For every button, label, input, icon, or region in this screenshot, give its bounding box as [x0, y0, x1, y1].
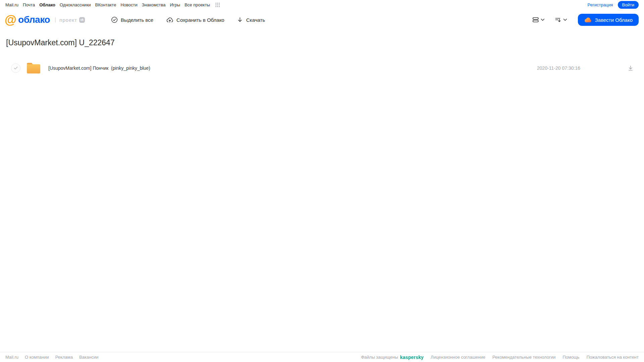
vk-icon: vk	[79, 17, 85, 23]
orange-cloud-icon	[584, 17, 592, 23]
folder-icon	[26, 62, 41, 74]
login-button[interactable]: Войти	[618, 1, 639, 9]
apps-grid-icon[interactable]	[215, 2, 220, 7]
kaspersky-protected: Файлы защищены kaspersky	[361, 355, 424, 360]
file-date: 2020-11-20 07:30:16	[513, 65, 580, 71]
register-link[interactable]: Регистрация	[588, 2, 613, 7]
view-mode-button[interactable]	[531, 15, 546, 24]
portal-link-oblako[interactable]: Облако	[39, 2, 55, 7]
arrow-down-icon	[237, 17, 243, 23]
auth-area: Регистрация Войти	[588, 1, 639, 9]
cloud-header: @ облако | проект vk Выделить все Сохран…	[0, 9, 644, 30]
footer-link-ads[interactable]: Реклама	[55, 355, 73, 360]
file-name-link[interactable]: [UsupovMarket.com] Пончик (pinky_pinky_b…	[48, 65, 513, 71]
chevron-down-icon	[541, 18, 545, 21]
get-cloud-button[interactable]: Завести Облако	[578, 14, 639, 26]
footer-right-links: Файлы защищены kaspersky Лицензионное со…	[361, 355, 639, 360]
portal-link-igry[interactable]: Игры	[170, 2, 180, 7]
sort-button[interactable]	[553, 15, 568, 24]
check-circle-icon	[111, 16, 118, 23]
cloud-upload-icon	[166, 16, 174, 23]
save-to-cloud-button[interactable]: Сохранить в Облако	[166, 16, 225, 23]
portal-link-znakomstva[interactable]: Знакомства	[142, 2, 165, 7]
project-label: проект	[59, 17, 77, 23]
portal-link-mailru[interactable]: Mail.ru	[5, 2, 18, 7]
protected-label: Файлы защищены	[361, 355, 398, 360]
footer-link-about[interactable]: О компании	[25, 355, 49, 360]
file-toolbar: Выделить все Сохранить в Облако Скачать	[111, 16, 265, 23]
footer-link-license[interactable]: Лицензионное соглашение	[431, 355, 485, 360]
portal-link-odnoklassniki[interactable]: Одноклассники	[60, 2, 91, 7]
chevron-down-icon	[563, 18, 567, 21]
footer-link-report[interactable]: Пожаловаться на контент	[587, 355, 639, 360]
footer-link-help[interactable]: Помощь	[562, 355, 579, 360]
footer: Mail.ru О компании Реклама Вакансии Файл…	[0, 352, 644, 362]
file-list: [UsupovMarket.com] Пончик (pinky_pinky_b…	[0, 60, 644, 76]
portal-nav: Mail.ru Почта Облако Одноклассники ВКонт…	[0, 0, 644, 9]
footer-link-mailru[interactable]: Mail.ru	[5, 355, 18, 360]
select-all-label: Выделить все	[121, 17, 153, 23]
row-download-button[interactable]	[627, 65, 634, 71]
download-label: Скачать	[246, 17, 265, 23]
main-content: [UsupovMarket.com] U_222647	[0, 30, 644, 76]
save-to-cloud-label: Сохранить в Облако	[177, 17, 225, 23]
portal-links: Mail.ru Почта Облако Одноклассники ВКонт…	[5, 2, 220, 7]
portal-link-vkontakte[interactable]: ВКонтакте	[95, 2, 116, 7]
portal-link-novosti[interactable]: Новости	[120, 2, 137, 7]
logo-divider: |	[55, 17, 56, 23]
get-cloud-label: Завести Облако	[595, 17, 633, 23]
cloud-logo[interactable]: @ облако | проект vk	[5, 14, 85, 26]
view-controls: Завести Облако	[531, 14, 639, 26]
footer-link-jobs[interactable]: Вакансии	[79, 355, 98, 360]
cloud-logo-text: облако	[18, 14, 50, 25]
footer-left-links: Mail.ru О компании Реклама Вакансии	[5, 355, 98, 360]
kaspersky-logo[interactable]: kaspersky	[400, 355, 424, 360]
mailru-at-icon: @	[5, 14, 16, 26]
file-row[interactable]: [UsupovMarket.com] Пончик (pinky_pinky_b…	[0, 60, 644, 76]
footer-link-recommendations[interactable]: Рекомендательные технологии	[492, 355, 555, 360]
list-view-icon	[532, 17, 539, 23]
sort-icon	[555, 17, 561, 23]
portal-link-pochta[interactable]: Почта	[23, 2, 35, 7]
select-all-button[interactable]: Выделить все	[111, 16, 153, 23]
row-checkbox[interactable]	[11, 63, 20, 73]
page-title: [UsupovMarket.com] U_222647	[0, 38, 644, 47]
download-button[interactable]: Скачать	[237, 17, 265, 23]
portal-link-all-projects[interactable]: Все проекты	[185, 2, 210, 7]
